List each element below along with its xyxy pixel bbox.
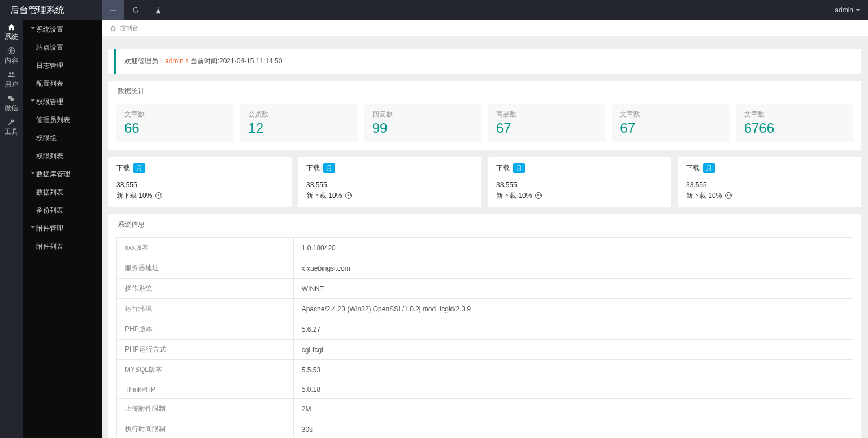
table-row: 运行环境Apache/2.4.23 (Win32) OpenSSL/1.0.2j… (117, 299, 853, 319)
stat-card: 文章数6766 (736, 104, 853, 142)
info-value: Apache/2.4.23 (Win32) OpenSSL/1.0.2j mod… (293, 299, 853, 319)
info-value: 5.0.18 (293, 380, 853, 399)
chevron-down-icon (31, 99, 35, 104)
user-icon (7, 71, 15, 79)
smile-icon (535, 192, 542, 199)
welcome-user: admin！ (165, 57, 190, 65)
user-name: admin (835, 6, 853, 14)
table-row: PHP运行方式cgi-fcgi (117, 340, 853, 360)
nav1-item-user[interactable]: 用户 (0, 68, 23, 92)
stat-value: 67 (620, 120, 721, 136)
logo: 后台管理系统 (0, 5, 102, 16)
nav-subitem[interactable]: 权限列表 (23, 147, 102, 165)
nav-group-title[interactable]: 权限管理 (23, 93, 102, 111)
smile-icon (155, 192, 162, 199)
menu-toggle-button[interactable] (102, 0, 124, 20)
stats-title: 数据统计 (108, 81, 861, 96)
stat-value: 99 (372, 120, 474, 136)
info-value: WINNT (293, 279, 853, 299)
nav1-item-tool[interactable]: 工具 (0, 115, 23, 139)
download-number: 33,555 (116, 181, 284, 189)
stat-label: 回复数 (372, 110, 474, 119)
stat-label: 文章数 (744, 110, 845, 119)
refresh-button[interactable] (124, 0, 147, 20)
info-value: x.xuebingsi.com (293, 258, 853, 279)
table-row: 操作系统WINNT (117, 279, 853, 299)
info-key: 上传附件限制 (117, 399, 294, 419)
info-key: 服务器地址 (117, 258, 294, 279)
month-badge: 月 (133, 163, 145, 173)
clear-button[interactable] (147, 0, 170, 20)
stat-label: 会员数 (248, 110, 349, 119)
chevron-down-icon (856, 9, 860, 14)
welcome-prefix: 欢迎管理员： (124, 57, 165, 65)
sysinfo-table: xxx版本1.0.180420服务器地址x.xuebingsi.com操作系统W… (116, 237, 853, 438)
download-card: 下载月33,555新下载 10% (108, 157, 292, 207)
info-value: 5.6.27 (293, 319, 853, 340)
chevron-down-icon (31, 226, 35, 231)
table-row: xxx版本1.0.180420 (117, 238, 853, 258)
smile-icon (345, 192, 352, 199)
home-icon (110, 25, 116, 32)
info-value: 1.0.180420 (293, 238, 853, 258)
download-number: 33,555 (686, 181, 853, 189)
tab-console[interactable]: 控制台 (120, 24, 138, 32)
download-label: 下载 (116, 163, 130, 173)
info-key: PHP运行方式 (117, 340, 294, 360)
stat-label: 文章数 (124, 110, 225, 119)
download-label: 下载 (306, 163, 320, 173)
nav-group-title[interactable]: 数据库管理 (23, 165, 102, 183)
nav-subitem[interactable]: 管理员列表 (23, 111, 102, 129)
sysinfo-panel: 系统信息 xxx版本1.0.180420服务器地址x.xuebingsi.com… (108, 214, 861, 438)
month-badge: 月 (513, 163, 525, 173)
chevron-down-icon (31, 172, 35, 176)
info-key: 操作系统 (117, 279, 294, 299)
stat-card: 回复数99 (364, 104, 481, 142)
nav1-item-content[interactable]: 内容 (0, 44, 23, 68)
table-row: 服务器地址x.xuebingsi.com (117, 258, 853, 279)
stat-label: 商品数 (496, 110, 597, 119)
system-icon (7, 23, 15, 31)
tab-bar: 控制台 (102, 20, 868, 36)
nav-subitem[interactable]: 数据列表 (23, 183, 102, 201)
stat-value: 66 (124, 120, 225, 136)
info-key: 运行环境 (117, 299, 294, 319)
table-row: MYSQL版本5.5.53 (117, 360, 853, 380)
wechat-icon (7, 94, 15, 102)
table-row: ThinkPHP5.0.18 (117, 380, 853, 399)
sysinfo-title: 系统信息 (108, 214, 861, 229)
info-value: 5.5.53 (293, 360, 853, 380)
table-row: 上传附件限制2M (117, 399, 853, 419)
content-icon (7, 47, 15, 55)
secondary-nav: 系统设置站点设置日志管理配置列表权限管理管理员列表权限组权限列表数据库管理数据列… (23, 20, 102, 438)
nav-subitem[interactable]: 权限组 (23, 129, 102, 147)
download-number: 33,555 (496, 181, 663, 189)
download-card: 下载月33,555新下载 10% (298, 157, 481, 207)
download-card: 下载月33,555新下载 10% (488, 157, 671, 207)
download-foot: 新下载 10% (496, 191, 663, 201)
user-menu[interactable]: admin (827, 6, 868, 14)
info-key: ThinkPHP (117, 380, 294, 399)
nav1-item-wechat[interactable]: 微信 (0, 92, 23, 115)
nav-group-title[interactable]: 附件管理 (23, 219, 102, 237)
nav-subitem[interactable]: 配置列表 (23, 75, 102, 93)
nav-subitem[interactable]: 备份列表 (23, 201, 102, 219)
nav-subitem[interactable]: 附件列表 (23, 237, 102, 255)
nav-subitem[interactable]: 日志管理 (23, 57, 102, 75)
info-value: 2M (293, 399, 853, 419)
stat-card: 文章数66 (116, 104, 233, 142)
download-foot: 新下载 10% (116, 191, 284, 201)
nav-group-title[interactable]: 系统设置 (23, 20, 102, 38)
download-row: 下载月33,555新下载 10% 下载月33,555新下载 10% 下载月33,… (108, 157, 861, 207)
welcome-time: 当前时间:2021-04-15 11:14:50 (190, 57, 283, 65)
stats-panel: 数据统计 文章数66会员数12回复数99商品数67文章数67文章数6766 (108, 81, 861, 150)
download-label: 下载 (686, 163, 700, 173)
download-foot: 新下载 10% (686, 191, 853, 201)
stat-card: 商品数67 (488, 104, 605, 142)
info-key: 执行时间限制 (117, 419, 294, 439)
welcome-panel: 欢迎管理员：admin！当前时间:2021-04-15 11:14:50 (108, 49, 861, 74)
month-badge: 月 (323, 163, 335, 173)
nav1-item-system[interactable]: 系统 (0, 20, 23, 44)
smile-icon (725, 192, 732, 199)
nav-subitem[interactable]: 站点设置 (23, 38, 102, 57)
